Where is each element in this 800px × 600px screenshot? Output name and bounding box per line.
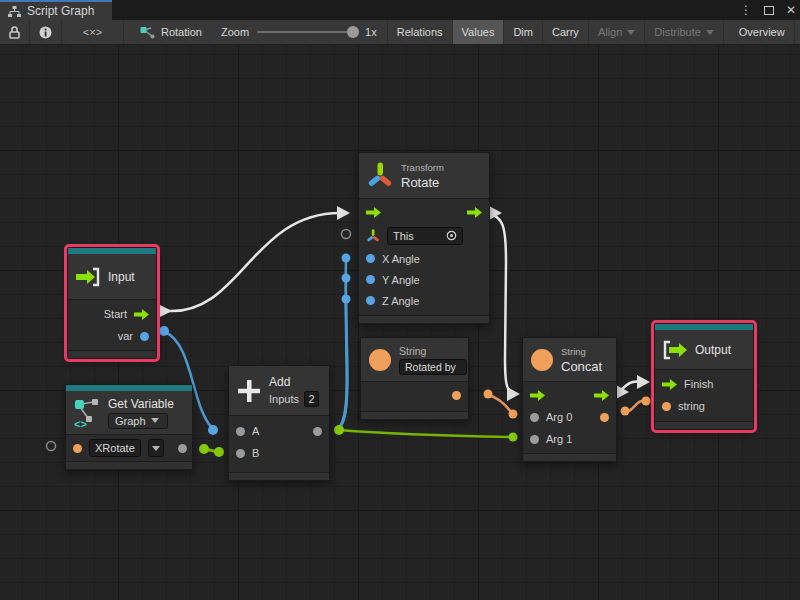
control-input-port[interactable] xyxy=(662,379,677,390)
node-footer xyxy=(655,421,753,429)
node-subtitle: String xyxy=(399,345,467,357)
node-transform-rotate[interactable]: Transform Rotate xyxy=(358,152,490,324)
node-string-literal[interactable]: String Rotated by xyxy=(360,337,469,420)
control-output-port[interactable] xyxy=(594,390,609,401)
this-object-field[interactable]: This xyxy=(387,227,463,245)
value-input-port[interactable] xyxy=(530,413,539,422)
dim-label: Dim xyxy=(513,26,533,38)
node-footer xyxy=(66,461,192,469)
node-title: Concat xyxy=(561,359,602,374)
chevron-down-icon xyxy=(706,30,714,35)
scope-value: Graph xyxy=(115,415,146,427)
value-output-port[interactable] xyxy=(600,413,609,422)
port-row-this: This xyxy=(359,223,489,248)
value-input-port[interactable] xyxy=(366,254,375,263)
distribute-button[interactable]: Distribute xyxy=(645,20,723,44)
port-label: A xyxy=(252,425,259,437)
overview-button[interactable]: Overview xyxy=(730,20,795,44)
value-input-port[interactable] xyxy=(366,275,375,284)
port-label: Arg 1 xyxy=(546,433,572,445)
info-icon xyxy=(39,26,52,39)
values-button[interactable]: Values xyxy=(453,20,505,44)
port-label: Y Angle xyxy=(382,274,420,286)
string-type-icon xyxy=(531,349,553,371)
port-label: Start xyxy=(104,308,127,320)
port-row-a: A xyxy=(229,420,329,442)
node-add[interactable]: Add Inputs 2 A B xyxy=(228,365,330,481)
lock-button[interactable] xyxy=(0,20,30,44)
lock-icon xyxy=(9,26,20,39)
carry-label: Carry xyxy=(552,26,579,38)
output-unit-icon xyxy=(663,340,687,360)
tab-script-graph[interactable]: Script Graph xyxy=(0,0,112,20)
dim-button[interactable]: Dim xyxy=(504,20,543,44)
script-graph-window: Script Graph ⋮ ✕ <×> xyxy=(0,0,800,600)
value-output-port[interactable] xyxy=(313,427,322,436)
port-row-output xyxy=(361,385,468,405)
carry-button[interactable]: Carry xyxy=(543,20,589,44)
port-row-b: B xyxy=(229,442,329,464)
relations-button[interactable]: Relations xyxy=(387,20,453,44)
node-get-variable[interactable]: <> Get Variable Graph XRotate xyxy=(65,384,193,470)
variable-picker-button[interactable] xyxy=(148,439,164,457)
string-type-icon xyxy=(369,349,391,371)
control-input-port[interactable] xyxy=(366,207,381,218)
node-footer xyxy=(361,411,468,419)
zoom-value: 1x xyxy=(365,26,377,38)
node-string-concat[interactable]: String Concat Arg 0 A xyxy=(522,337,617,462)
zoom-label: Zoom xyxy=(221,26,249,38)
breadcrumb-label: Rotation xyxy=(161,26,202,38)
port-row-arg1: Arg 1 xyxy=(523,428,616,450)
node-footer xyxy=(68,350,156,358)
zoom-slider[interactable] xyxy=(257,31,357,33)
node-output[interactable]: Output Finish string xyxy=(654,323,754,430)
maximize-icon[interactable] xyxy=(764,6,774,15)
port-label: var xyxy=(118,330,133,342)
value-input-port[interactable] xyxy=(236,427,245,436)
port-label: Finish xyxy=(684,378,713,390)
control-input-port[interactable] xyxy=(530,390,545,401)
value-input-port[interactable] xyxy=(662,402,671,411)
align-button[interactable]: Align xyxy=(589,20,645,44)
tab-title: Script Graph xyxy=(27,4,94,18)
node-title: Input xyxy=(108,270,135,284)
control-output-port[interactable] xyxy=(134,309,149,320)
value-input-port[interactable] xyxy=(530,435,539,444)
control-flow-row xyxy=(523,384,616,406)
add-icon xyxy=(237,379,261,403)
zoom-slider-handle[interactable] xyxy=(347,26,359,38)
value-input-port[interactable] xyxy=(366,296,375,305)
node-title: Add xyxy=(269,375,319,389)
chevron-down-icon xyxy=(627,30,635,35)
fullscreen-button[interactable]: Full Screen xyxy=(795,20,800,44)
value-input-port[interactable] xyxy=(73,444,82,453)
code-view-icon: <×> xyxy=(83,26,102,38)
variable-name: XRotate xyxy=(95,442,135,454)
object-picker-icon[interactable] xyxy=(446,230,457,241)
chevron-down-icon xyxy=(152,446,160,451)
port-label: B xyxy=(252,447,259,459)
close-icon[interactable]: ✕ xyxy=(786,3,796,17)
port-label: Arg 0 xyxy=(546,411,572,423)
control-output-port[interactable] xyxy=(467,207,482,218)
value-output-port[interactable] xyxy=(178,444,187,453)
value-input-port[interactable] xyxy=(236,449,245,458)
string-value: Rotated by xyxy=(405,361,459,373)
node-subtitle: String xyxy=(561,346,602,357)
breadcrumb-rotation[interactable]: Rotation xyxy=(124,20,211,44)
align-label: Align xyxy=(598,26,622,38)
node-input[interactable]: Input Start var xyxy=(67,247,157,359)
kebab-menu-icon[interactable]: ⋮ xyxy=(740,3,752,17)
value-output-port[interactable] xyxy=(452,391,461,400)
value-output-port[interactable] xyxy=(140,332,149,341)
inputs-count-field[interactable]: 2 xyxy=(304,391,319,407)
zoom-control: Zoom 1x xyxy=(211,20,387,44)
port-row-x-angle: X Angle xyxy=(359,248,489,269)
code-view-button[interactable]: <×> xyxy=(62,20,124,44)
node-title: Rotate xyxy=(401,175,444,190)
port-row-finish: Finish xyxy=(655,373,753,395)
variable-name-field[interactable]: XRotate xyxy=(89,439,141,457)
string-value-field[interactable]: Rotated by xyxy=(399,359,467,375)
variable-scope-dropdown[interactable]: Graph xyxy=(108,413,168,429)
info-button[interactable] xyxy=(30,20,62,44)
